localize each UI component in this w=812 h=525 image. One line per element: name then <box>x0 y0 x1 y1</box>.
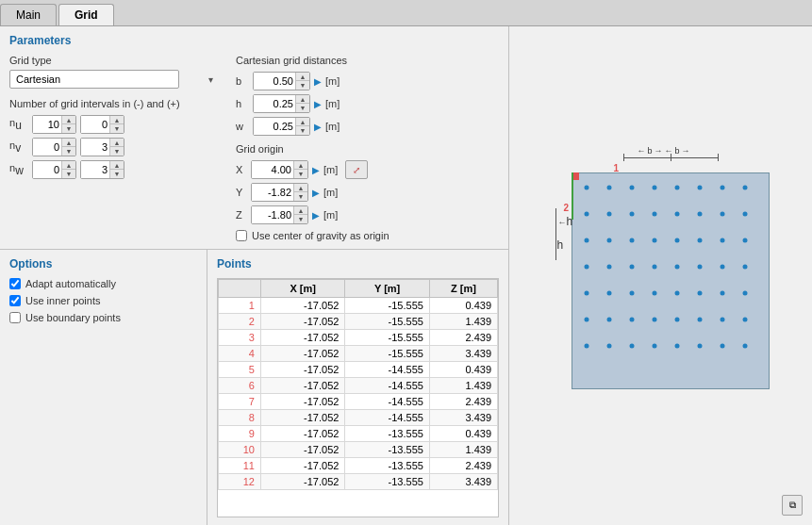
points-table-wrapper[interactable]: X [m] Y [m] Z [m] 1 -17.052 -15.555 0.43… <box>217 278 499 517</box>
h-dim-top: ←h <box>558 215 573 228</box>
nu-plus-input[interactable] <box>81 116 109 133</box>
grid-type-select[interactable]: Cartesian Cylindrical Spherical <box>9 70 179 89</box>
nw-plus-up-btn[interactable]: ▲ <box>110 161 124 170</box>
x-input[interactable] <box>252 161 293 178</box>
grid-dot <box>629 317 634 321</box>
nv-minus-spinbox: ▲ ▼ <box>32 138 76 156</box>
row-x: -17.052 <box>260 394 344 410</box>
w-up-btn[interactable]: ▲ <box>296 118 309 126</box>
z-up-btn[interactable]: ▲ <box>294 206 307 215</box>
h-up-btn[interactable]: ▲ <box>296 95 309 104</box>
nu-minus-up-btn[interactable]: ▲ <box>62 116 75 124</box>
nv-minus-down-btn[interactable]: ▼ <box>62 147 75 156</box>
table-row: 9 -17.052 -13.555 0.439 <box>219 426 498 442</box>
h-spinbox: ▲ ▼ <box>253 94 310 113</box>
nw-minus-up-btn[interactable]: ▲ <box>62 161 75 170</box>
z-origin-row: Z ▲ ▼ ▶ [m] <box>236 205 499 224</box>
grid-dot <box>742 185 747 189</box>
grid-dot <box>652 264 656 269</box>
grid-dot <box>674 185 679 189</box>
w-down-btn[interactable]: ▼ <box>296 126 309 135</box>
grid-dot <box>697 238 702 242</box>
y-down-btn[interactable]: ▼ <box>294 192 307 201</box>
row-id: 9 <box>219 426 261 442</box>
w-input[interactable] <box>254 118 295 135</box>
nu-label: nu <box>9 117 28 132</box>
grid-dot <box>720 238 724 242</box>
w-distance-row: w ▲ ▼ ▶ [m] <box>236 117 499 136</box>
nv-minus-input[interactable] <box>33 139 61 156</box>
nu-minus-input[interactable] <box>33 116 61 133</box>
nv-plus-up-btn[interactable]: ▲ <box>110 139 124 147</box>
grid-dot <box>584 264 588 269</box>
grid-dot <box>720 264 724 269</box>
nu-plus-down-btn[interactable]: ▼ <box>110 124 124 133</box>
grid-dot <box>606 185 611 189</box>
nw-minus-spinbox: ▲ ▼ <box>32 160 76 179</box>
right-params: Cartesian grid distances b ▲ ▼ ▶ [m] <box>236 55 499 241</box>
nu-plus-up-btn[interactable]: ▲ <box>110 116 124 124</box>
y-coord-label: Y <box>236 187 247 198</box>
x-unit: [m] <box>323 164 338 175</box>
grid-dot <box>584 317 588 321</box>
row-x: -17.052 <box>260 362 344 378</box>
z-input[interactable] <box>252 206 293 223</box>
b-down-btn[interactable]: ▼ <box>296 81 309 90</box>
y-up-btn[interactable]: ▲ <box>294 184 307 192</box>
w-unit: [m] <box>325 121 340 132</box>
h-input[interactable] <box>254 95 295 112</box>
grid-dot <box>652 185 656 189</box>
row-z: 3.439 <box>429 346 497 362</box>
table-row: 6 -17.052 -14.555 1.439 <box>219 378 498 394</box>
nv-plus-down-btn[interactable]: ▼ <box>110 147 124 156</box>
table-row: 4 -17.052 -15.555 3.439 <box>219 346 498 362</box>
copy-button[interactable]: ⧉ <box>782 495 803 516</box>
row-z: 2.439 <box>429 330 497 346</box>
nu-minus-down-btn[interactable]: ▼ <box>62 124 75 133</box>
x-down-btn[interactable]: ▼ <box>294 170 307 178</box>
table-row: 12 -17.052 -13.555 3.439 <box>219 474 498 490</box>
nv-plus-input[interactable] <box>81 139 109 156</box>
nw-minus-btns: ▲ ▼ <box>61 161 75 178</box>
nv-minus-up-btn[interactable]: ▲ <box>62 139 75 147</box>
h-down-btn[interactable]: ▼ <box>296 104 309 112</box>
use-cog-checkbox[interactable] <box>236 230 247 241</box>
y-input[interactable] <box>252 184 293 201</box>
nw-minus-down-btn[interactable]: ▼ <box>62 170 75 178</box>
use-inner-checkbox[interactable] <box>9 295 21 306</box>
grid-dot <box>606 343 611 348</box>
grid-dot <box>584 185 588 189</box>
grid-dot <box>720 343 724 348</box>
adapt-auto-checkbox[interactable] <box>9 278 21 289</box>
grid-dot <box>606 264 611 269</box>
grid-dot <box>720 290 724 295</box>
use-boundary-checkbox[interactable] <box>9 312 21 323</box>
table-row: 10 -17.052 -13.555 1.439 <box>219 442 498 458</box>
tab-main[interactable]: Main <box>0 4 57 25</box>
cursor-pick-button[interactable]: ⤢ <box>345 160 368 179</box>
row-y: -13.555 <box>345 474 429 490</box>
x-up-btn[interactable]: ▲ <box>294 161 307 170</box>
grid-dot <box>584 238 588 242</box>
z-unit: [m] <box>323 209 338 221</box>
table-row: 3 -17.052 -15.555 2.439 <box>219 330 498 346</box>
row-y: -13.555 <box>345 442 429 458</box>
nw-plus-input[interactable] <box>81 161 109 178</box>
grid-dot <box>652 238 656 242</box>
nw-plus-down-btn[interactable]: ▼ <box>110 170 124 178</box>
b-input[interactable] <box>254 73 295 90</box>
x-origin-row: X ▲ ▼ ▶ [m] ⤢ <box>236 160 499 179</box>
nw-minus-input[interactable] <box>33 161 61 178</box>
nw-label: nw <box>9 162 28 177</box>
tab-grid[interactable]: Grid <box>58 4 114 25</box>
nu-row: nu ▲ ▼ ▲ ▼ <box>9 115 217 134</box>
grid-dot <box>584 343 588 348</box>
params-grid: Grid type Cartesian Cylindrical Spherica… <box>9 55 499 241</box>
y-unit: [m] <box>323 187 338 198</box>
z-down-btn[interactable]: ▼ <box>294 215 307 223</box>
w-spinbox: ▲ ▼ <box>253 117 310 136</box>
grid-dot <box>674 238 679 242</box>
nw-plus-spinbox: ▲ ▼ <box>80 160 124 179</box>
row-y: -14.555 <box>345 378 429 394</box>
b-up-btn[interactable]: ▲ <box>296 73 309 81</box>
